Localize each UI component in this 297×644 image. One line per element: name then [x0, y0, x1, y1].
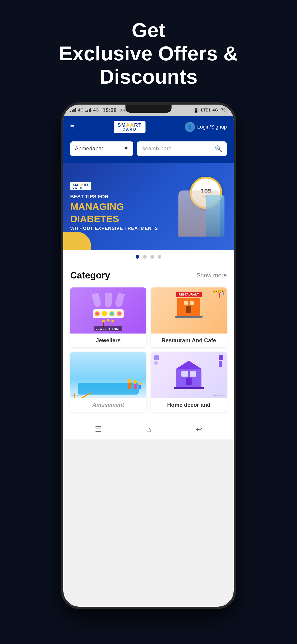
- phone-frame: 4G 4G 15:08 0.40 KB/s 📳 LTE1 4G: [61, 102, 236, 609]
- logo-accent: AA: [126, 122, 134, 128]
- signal-bar-1: [70, 111, 71, 112]
- bottom-nav: ☰ ⌂ ↩: [63, 419, 234, 440]
- dropdown-arrow-icon: ▼: [124, 146, 129, 152]
- dot-2[interactable]: [143, 255, 147, 259]
- homedecor-image: VectorStock: [151, 352, 227, 398]
- homedecor-label: Home decor and: [151, 398, 227, 412]
- avatar-icon: 👤: [187, 124, 193, 130]
- search-area: Ahmedabad ▼ Search here 🔍: [63, 138, 234, 163]
- jewellers-shop-label: JEWELRY SHOP: [96, 327, 121, 330]
- network-4g-right: 4G: [212, 108, 218, 113]
- battery-indicator: 79: [220, 107, 227, 113]
- dot-1[interactable]: [136, 255, 139, 259]
- app-header: ≡ SMAART CARD 👤 Login/Signup: [63, 116, 234, 138]
- category-header: Category Show more: [70, 270, 227, 280]
- banner-image: 105 mg/dL: [176, 172, 227, 241]
- city-name: Ahmedabad: [75, 145, 104, 152]
- search-placeholder-text: Search here: [142, 145, 172, 152]
- signal-bar-6: [87, 110, 88, 112]
- login-signup-button[interactable]: 👤 Login/Signup: [185, 122, 227, 132]
- playground-illustration: VectorStock: [70, 352, 146, 398]
- banner-section: SMAART CARD BEST TIPS FOR MANAGING DIABE…: [63, 163, 234, 250]
- jewellers-illustration: JEWELRY SHOP: [70, 288, 146, 334]
- signal-bars-right: [86, 108, 92, 112]
- banner-content: SMAART CARD BEST TIPS FOR MANAGING DIABE…: [70, 182, 176, 231]
- restaurant-label: Restaurant And Cafe: [151, 334, 227, 347]
- signal-bar-2: [72, 110, 73, 112]
- vibrate-icon: 📳: [193, 108, 199, 113]
- category-grid: JEWELRY SHOP Jewellers: [70, 288, 227, 412]
- jewellers-image: JEWELRY SHOP: [70, 288, 146, 334]
- banner-logo-text-top: SMAART: [72, 183, 89, 186]
- time-display: 15:08: [102, 107, 116, 114]
- playground-label: Amusement: [70, 398, 146, 412]
- category-section: Category Show more: [63, 263, 234, 419]
- banner-logo-text-bottom: CARD: [72, 186, 89, 189]
- nav-menu-button[interactable]: ☰: [95, 424, 102, 434]
- vectorstock-watermark: VectorStock: [214, 394, 226, 397]
- signal-bar-3: [74, 109, 74, 112]
- search-input-box[interactable]: Search here 🔍: [137, 142, 227, 156]
- banner-title-line2: DIABETES: [70, 214, 176, 224]
- search-icon: 🔍: [215, 145, 222, 152]
- doctor-figure: [206, 195, 224, 236]
- hero-section: Get Exclusive Offers & Discounts: [59, 18, 238, 88]
- signal-bar-8: [90, 108, 92, 112]
- jewellers-label: Jewellers: [70, 334, 146, 347]
- login-signup-label: Login/Signup: [197, 124, 227, 130]
- hero-title-line3: Discounts: [100, 65, 197, 88]
- signal-bar-4: [75, 108, 76, 112]
- banner-subtitle: BEST TIPS FOR: [70, 194, 176, 200]
- signal-bar-5: [86, 111, 86, 112]
- lte-label: LTE1: [201, 108, 211, 113]
- category-card-homedecor[interactable]: VectorStock Home decor and: [151, 352, 227, 412]
- signal-bars-left: [70, 108, 76, 112]
- status-right: 📳 LTE1 4G 79: [193, 107, 227, 113]
- restaurant-sign-label: RESTAURANT: [176, 292, 202, 297]
- app-logo[interactable]: SMAART CARD: [114, 121, 146, 133]
- nav-back-button[interactable]: ↩: [196, 424, 202, 434]
- signal-bar-7: [89, 109, 90, 112]
- network-type-left: 4G: [78, 108, 84, 113]
- banner-background: SMAART CARD BEST TIPS FOR MANAGING DIABE…: [63, 163, 234, 250]
- homedecor-illustration: VectorStock: [151, 352, 227, 398]
- category-card-restaurant[interactable]: RESTAURANT: [151, 288, 227, 347]
- power-button: [234, 185, 235, 213]
- banner-dots: [63, 250, 234, 263]
- phone-screen: 4G 4G 15:08 0.40 KB/s 📳 LTE1 4G: [63, 104, 234, 607]
- network-type-right: 4G: [93, 108, 99, 113]
- category-title: Category: [70, 270, 110, 280]
- hero-title-line1: Get: [132, 19, 166, 42]
- phone-mockup: 4G 4G 15:08 0.40 KB/s 📳 LTE1 4G: [61, 102, 236, 609]
- hamburger-menu-icon[interactable]: ≡: [70, 122, 74, 131]
- watermark: VectorStock: [71, 394, 84, 397]
- playground-image: VectorStock: [70, 352, 146, 398]
- banner-title-line1: MANAGING: [70, 202, 176, 212]
- banner-logo: SMAART CARD: [70, 182, 92, 190]
- city-selector[interactable]: Ahmedabad ▼: [70, 142, 133, 156]
- logo-top-text: SMAART: [118, 122, 142, 128]
- home-icon: ⌂: [146, 425, 151, 434]
- category-card-jewellers[interactable]: JEWELRY SHOP Jewellers: [70, 288, 146, 347]
- hero-title-line2: Exclusive Offers &: [59, 42, 238, 65]
- show-more-button[interactable]: Show more: [196, 272, 227, 279]
- category-card-playground[interactable]: VectorStock Amusement: [70, 352, 146, 412]
- logo-bottom-text: CARD: [122, 128, 137, 131]
- dot-3[interactable]: [150, 255, 154, 259]
- banner-decoration: [63, 232, 91, 250]
- avatar: 👤: [185, 122, 195, 132]
- restaurant-illustration: RESTAURANT: [151, 288, 227, 334]
- back-arrow-icon: ↩: [196, 424, 202, 434]
- dot-4[interactable]: [158, 255, 162, 259]
- nav-home-button[interactable]: ⌂: [146, 425, 151, 434]
- menu-lines-icon: ☰: [95, 424, 102, 434]
- restaurant-image: RESTAURANT: [151, 288, 227, 334]
- banner-description: WITHOUT EXPENSIVE TREATMENTS: [70, 226, 176, 231]
- phone-notch: [126, 104, 172, 113]
